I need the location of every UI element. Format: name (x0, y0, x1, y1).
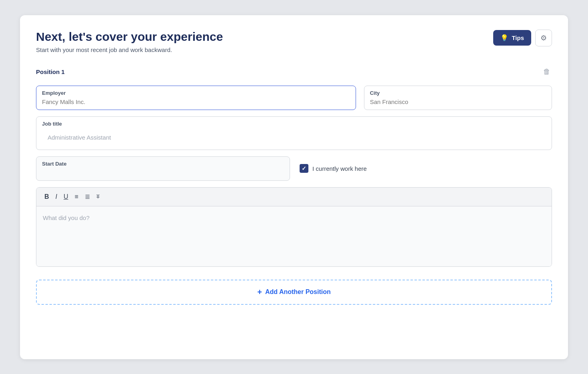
header-right: 💡 Tips ⚙ (493, 30, 552, 46)
city-field-wrapper: City (364, 86, 552, 110)
tips-label: Tips (512, 34, 524, 41)
employer-field-wrapper: Employer (36, 86, 356, 110)
clear-format-button[interactable]: T̶ (94, 192, 105, 202)
bulb-icon: 💡 (500, 34, 508, 42)
date-check-row: Start Date ✓ I currently work here (36, 156, 552, 181)
currently-work-row: ✓ I currently work here (300, 164, 367, 173)
employer-input-wrapper: Employer (36, 86, 356, 110)
page-subtitle: Start with your most recent job and work… (36, 46, 223, 53)
delete-position-button[interactable]: 🗑 (542, 66, 552, 78)
italic-button[interactable]: I (53, 192, 60, 202)
rich-text-editor: B I U ≡ ≣ T̶ What did you do? (36, 187, 552, 267)
job-title-wrapper: Job title (36, 116, 552, 150)
plus-icon: + (257, 288, 262, 297)
start-date-label: Start Date (42, 161, 284, 167)
editor-content[interactable]: What did you do? (36, 206, 552, 266)
check-mark-icon: ✓ (302, 165, 306, 172)
city-label: City (370, 90, 546, 96)
page-header: Next, let's cover your experience Start … (36, 30, 552, 53)
svg-text:T̶: T̶ (96, 194, 100, 200)
align-justify-button[interactable]: ≣ (82, 192, 92, 202)
currently-work-label: I currently work here (312, 165, 367, 172)
gear-icon: ⚙ (540, 34, 547, 42)
start-date-input[interactable] (42, 169, 284, 176)
section-header: Position 1 🗑 (36, 66, 552, 78)
job-title-field: Job title (36, 116, 552, 150)
city-input[interactable] (370, 98, 546, 105)
main-card: Next, let's cover your experience Start … (20, 15, 568, 359)
underline-button[interactable]: U (61, 192, 71, 202)
employer-input[interactable] (42, 98, 350, 105)
currently-work-checkbox[interactable]: ✓ (300, 164, 308, 173)
header-left: Next, let's cover your experience Start … (36, 30, 223, 53)
editor-toolbar: B I U ≡ ≣ T̶ (36, 188, 552, 206)
page-title: Next, let's cover your experience (36, 30, 223, 44)
add-position-button[interactable]: + Add Another Position (36, 280, 552, 305)
section-title: Position 1 (36, 68, 65, 75)
employer-label: Employer (42, 90, 350, 96)
editor-placeholder: What did you do? (43, 214, 90, 221)
employer-city-row: Employer City (36, 86, 552, 110)
start-date-wrapper: Start Date (36, 156, 290, 181)
page-container: Next, let's cover your experience Start … (0, 0, 588, 374)
city-input-wrapper: City (364, 86, 552, 110)
tips-button[interactable]: 💡 Tips (493, 30, 531, 46)
position-section: Position 1 🗑 Employer City (36, 66, 552, 267)
job-title-input[interactable] (42, 129, 546, 146)
job-title-label: Job title (42, 121, 546, 127)
align-left-button[interactable]: ≡ (72, 192, 81, 202)
add-position-label: Add Another Position (265, 288, 331, 296)
trash-icon: 🗑 (543, 68, 550, 76)
settings-button[interactable]: ⚙ (535, 30, 552, 46)
job-title-row: Job title (36, 116, 552, 150)
bold-button[interactable]: B (42, 192, 52, 202)
